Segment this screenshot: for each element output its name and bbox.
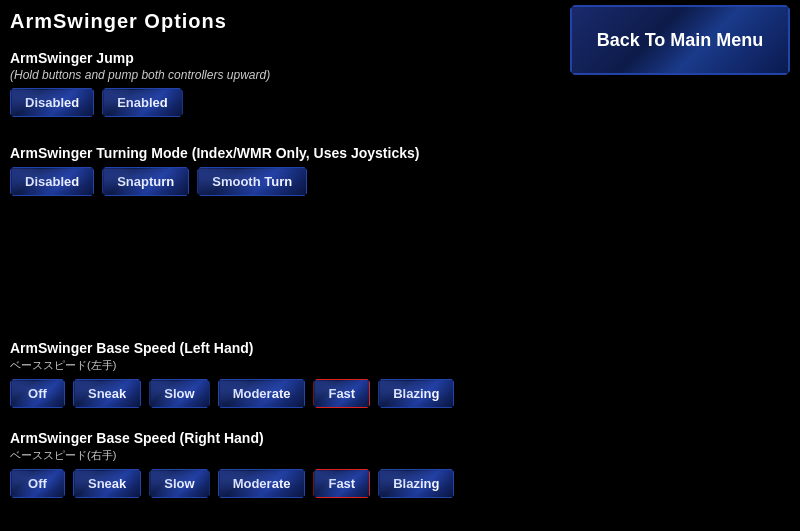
turning-snapturn-button[interactable]: Snapturn [102, 167, 189, 196]
turning-btn-row: Disabled Snapturn Smooth Turn [10, 167, 419, 196]
jump-disabled-button[interactable]: Disabled [10, 88, 94, 117]
jump-desc: (Hold buttons and pump both controllers … [10, 68, 270, 82]
jump-enabled-button[interactable]: Enabled [102, 88, 183, 117]
speed-right-moderate-button[interactable]: Moderate [218, 469, 306, 498]
speed-right-off-button[interactable]: Off [10, 469, 65, 498]
page-title: ArmSwinger Options [10, 10, 227, 33]
speed-left-btn-row: Off Sneak Slow Moderate Fast Blazing [10, 379, 454, 408]
speed-left-off-button[interactable]: Off [10, 379, 65, 408]
turning-label: ArmSwinger Turning Mode (Index/WMR Only,… [10, 145, 419, 161]
jump-btn-row: Disabled Enabled [10, 88, 270, 117]
speed-left-sneak-button[interactable]: Sneak [73, 379, 141, 408]
speed-left-label: ArmSwinger Base Speed (Left Hand) [10, 340, 454, 356]
turning-smoothturn-button[interactable]: Smooth Turn [197, 167, 307, 196]
speed-left-moderate-button[interactable]: Moderate [218, 379, 306, 408]
speed-right-label: ArmSwinger Base Speed (Right Hand) [10, 430, 454, 446]
speed-left-sublabel: ベーススピード(左手) [10, 358, 454, 373]
speed-right-fast-button[interactable]: Fast [313, 469, 370, 498]
speed-right-sublabel: ベーススピード(右手) [10, 448, 454, 463]
speed-right-blazing-button[interactable]: Blazing [378, 469, 454, 498]
section-turning-mode: ArmSwinger Turning Mode (Index/WMR Only,… [10, 145, 419, 196]
speed-right-slow-button[interactable]: Slow [149, 469, 209, 498]
speed-left-blazing-button[interactable]: Blazing [378, 379, 454, 408]
back-to-main-menu-button[interactable]: Back To Main Menu [570, 5, 790, 75]
speed-left-slow-button[interactable]: Slow [149, 379, 209, 408]
turning-disabled-button[interactable]: Disabled [10, 167, 94, 196]
section-speed-right: ArmSwinger Base Speed (Right Hand) ベーススピ… [10, 430, 454, 498]
section-armswinger-jump: ArmSwinger Jump (Hold buttons and pump b… [10, 50, 270, 117]
speed-left-fast-button[interactable]: Fast [313, 379, 370, 408]
jump-label: ArmSwinger Jump [10, 50, 270, 66]
speed-right-sneak-button[interactable]: Sneak [73, 469, 141, 498]
section-speed-left: ArmSwinger Base Speed (Left Hand) ベーススピー… [10, 340, 454, 408]
speed-right-btn-row: Off Sneak Slow Moderate Fast Blazing [10, 469, 454, 498]
